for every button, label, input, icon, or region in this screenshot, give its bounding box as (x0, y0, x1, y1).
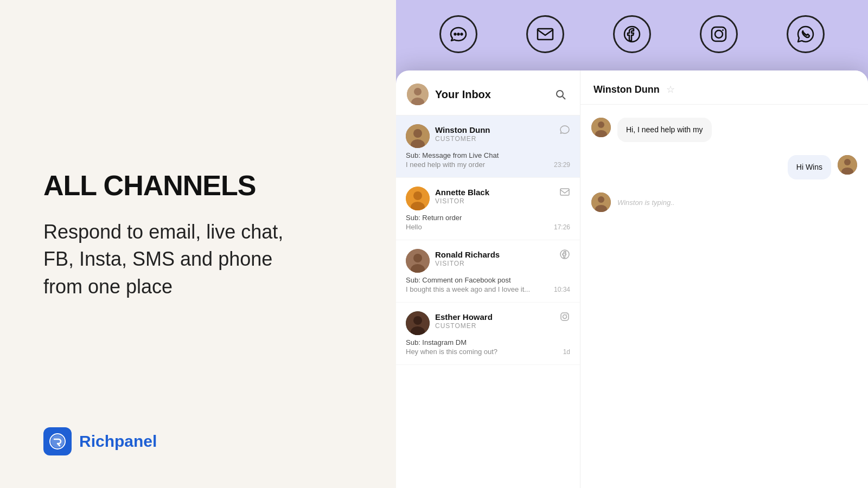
inbox-panel: Your Inbox (396, 70, 580, 488)
mockup-body: Your Inbox (396, 70, 868, 488)
insta-icon-esther (559, 311, 570, 322)
star-icon[interactable]: ☆ (666, 84, 675, 95)
chat-channel-icon[interactable] (439, 15, 477, 53)
conv-avatar-annette (406, 187, 430, 210)
svg-point-22 (413, 254, 422, 262)
svg-rect-20 (560, 189, 569, 195)
email-channel-icon[interactable] (526, 15, 564, 53)
conv-time-ronald: 10:34 (554, 286, 570, 293)
message-row-agent: Hi Wins (591, 155, 857, 179)
svg-rect-4 (538, 29, 553, 40)
conv-info-esther: Esther Howard CUST (435, 311, 570, 330)
svg-rect-28 (561, 313, 569, 320)
richpanel-logo-text: Richpanel (79, 432, 157, 451)
svg-point-12 (557, 91, 563, 97)
svg-line-13 (563, 97, 565, 99)
svg-point-7 (715, 30, 723, 38)
conv-subject-esther: Sub: Instagram DM (406, 338, 570, 346)
inbox-search-button[interactable] (552, 86, 569, 103)
conv-preview-winston: I need help with my order (406, 160, 550, 169)
conv-avatar-winston (406, 124, 430, 148)
logo-area: Richpanel (43, 427, 353, 455)
conversation-list: Winston Dunn CUSTOMER Su (396, 115, 580, 488)
chat-header: Winston Dunn ☆ (580, 70, 868, 105)
conv-subject-ronald: Sub: Comment on Facebook post (406, 276, 570, 284)
conv-info-annette: Annette Black VISITOR (435, 187, 570, 205)
svg-point-26 (413, 316, 422, 325)
fb-icon-ronald (559, 249, 570, 260)
conv-name-ronald: Ronald Richards (435, 250, 500, 259)
message-bubble-customer: Hi, I need help with my (617, 118, 712, 142)
inbox-header: Your Inbox (396, 70, 580, 115)
typing-row: Winston is typing.. (591, 192, 857, 212)
conv-time-annette: 17:26 (554, 223, 570, 231)
conv-name-esther: Esther Howard (435, 312, 493, 322)
svg-point-32 (598, 121, 604, 128)
svg-point-18 (413, 191, 422, 200)
conv-item-esther[interactable]: Esther Howard CUST (396, 303, 580, 365)
conv-item-annette[interactable]: Annette Black VISITOR (396, 178, 580, 240)
message-avatar-agent (838, 155, 857, 175)
conv-name-annette: Annette Black (435, 188, 489, 197)
conv-subject-winston: Sub: Message from Live Chat (406, 151, 570, 159)
conv-info-winston: Winston Dunn CUSTOMER (435, 124, 570, 143)
conv-item-winston[interactable]: Winston Dunn CUSTOMER Su (396, 115, 580, 178)
chat-contact-name: Winston Dunn (593, 84, 660, 95)
inbox-avatar (407, 84, 429, 105)
headline: ALL CHANNELS (43, 170, 353, 201)
chat-icon-winston (559, 124, 570, 135)
conv-preview-annette: Hello (406, 223, 550, 231)
typing-avatar (591, 192, 611, 212)
chat-messages: Hi, I need help with my Hi Wins (580, 105, 868, 488)
svg-point-3 (461, 34, 463, 35)
conv-avatar-ronald (406, 249, 430, 273)
message-avatar-customer (591, 118, 611, 137)
right-panel: Your Inbox (396, 0, 868, 488)
svg-point-15 (413, 129, 422, 138)
conv-name-winston: Winston Dunn (435, 125, 490, 134)
whatsapp-channel-icon[interactable] (787, 15, 825, 53)
email-icon-annette (559, 187, 570, 197)
conv-subject-annette: Sub: Return order (406, 214, 570, 222)
typing-indicator: Winston is typing.. (617, 198, 674, 207)
conv-item-ronald[interactable]: Ronald Richards VISITOR (396, 240, 580, 303)
svg-point-29 (563, 315, 567, 319)
left-panel: ALL CHANNELS Respond to email, live chat… (0, 0, 396, 488)
conv-info-ronald: Ronald Richards VISITOR (435, 249, 570, 267)
subtext: Respond to email, live chat, FB, Insta, … (43, 219, 304, 300)
svg-point-35 (844, 159, 851, 165)
conv-time-esther: 1d (563, 348, 570, 356)
message-row-customer: Hi, I need help with my (591, 118, 857, 142)
svg-point-10 (414, 88, 422, 95)
conv-preview-esther: Hey when is this coming out? (406, 348, 559, 356)
conv-preview-ronald: I bought this a week ago and I lovee it.… (406, 285, 550, 293)
inbox-title-row: Your Inbox (407, 84, 491, 105)
left-content: ALL CHANNELS Respond to email, live chat… (43, 43, 353, 427)
svg-point-30 (566, 314, 567, 315)
conv-badge-ronald: VISITOR (435, 260, 570, 267)
conv-badge-esther: CUSTOMER (435, 322, 570, 330)
svg-point-8 (722, 29, 724, 31)
conv-time-winston: 23:29 (554, 161, 570, 169)
svg-point-2 (458, 34, 459, 35)
channel-icons-row (396, 0, 868, 66)
richpanel-logo-icon (43, 427, 72, 455)
conv-badge-winston: CUSTOMER (435, 135, 570, 143)
chat-panel: Winston Dunn ☆ Hi, I need help (580, 70, 868, 488)
facebook-channel-icon[interactable] (613, 15, 651, 53)
app-mockup: Your Inbox (396, 70, 868, 488)
svg-point-1 (455, 34, 456, 35)
conv-badge-annette: VISITOR (435, 197, 570, 205)
message-bubble-agent: Hi Wins (788, 155, 831, 179)
svg-rect-6 (712, 27, 726, 41)
inbox-title: Your Inbox (435, 88, 491, 101)
conv-avatar-esther (406, 311, 430, 335)
instagram-channel-icon[interactable] (700, 15, 738, 53)
svg-point-38 (598, 196, 604, 203)
